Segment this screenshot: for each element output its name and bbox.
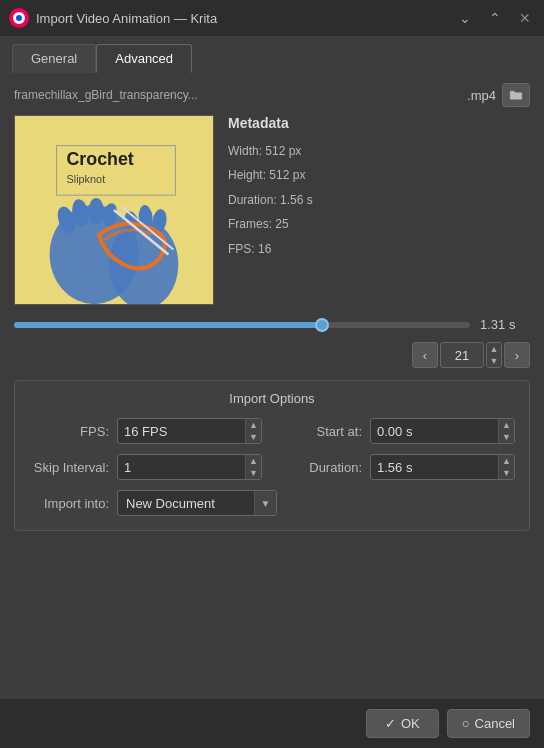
start-at-spin-down[interactable]: ▼ [499,431,514,443]
title-bar-buttons: ⌄ ⌃ ✕ [454,8,536,28]
fps-spin-up[interactable]: ▲ [246,419,261,431]
window-title: Import Video Animation — Krita [36,11,217,26]
metadata-duration: Duration: 1.56 s [228,190,530,210]
cancel-button[interactable]: ○ Cancel [447,709,530,738]
import-options-grid: FPS: 16 FPS ▲ ▼ Start at: 0.00 s ▲ ▼ [29,418,515,480]
skip-interval-spin-up[interactable]: ▲ [246,455,261,467]
title-close-btn[interactable]: ✕ [514,8,536,28]
timeline-slider[interactable] [14,322,470,328]
skip-interval-value: 1 [118,460,245,475]
thumbnail-art: Crochet Slipknot [15,115,213,305]
file-browse-button[interactable] [502,83,530,107]
main-content: framechillax_gBird_transparency... .mp4 … [0,73,544,699]
title-bar: Import Video Animation — Krita ⌄ ⌃ ✕ [0,0,544,36]
video-thumbnail: Crochet Slipknot [14,115,214,305]
slider-time-display: 1.31 s [480,317,530,332]
metadata-frames: Frames: 25 [228,214,530,234]
frame-spin-up[interactable]: ▲ [487,343,501,355]
timeline-slider-row: 1.31 s [14,317,530,332]
import-into-row: Import into: New Document ▼ [29,490,515,516]
app-icon [8,7,30,29]
cancel-icon: ○ [462,716,470,731]
tab-bar: General Advanced [0,36,544,73]
preview-area: Crochet Slipknot [14,115,530,305]
ok-button[interactable]: ✓ OK [366,709,439,738]
duration-field: Duration: 1.56 s ▲ ▼ [282,454,515,480]
ok-label: OK [401,716,420,731]
fps-label: FPS: [29,424,109,439]
start-at-spinbox: 0.00 s ▲ ▼ [370,418,515,444]
title-bar-left: Import Video Animation — Krita [8,7,217,29]
start-at-spin-up[interactable]: ▲ [499,419,514,431]
frame-spin-arrows: ▲ ▼ [486,342,502,368]
file-row: framechillax_gBird_transparency... .mp4 [14,83,530,107]
title-dropdown-btn[interactable]: ⌄ [454,8,476,28]
skip-interval-spin-down[interactable]: ▼ [246,467,261,479]
svg-point-11 [88,198,104,224]
skip-interval-spin-arrows: ▲ ▼ [245,455,261,479]
frame-nav-row: ‹ 21 ▲ ▼ › [14,342,530,368]
start-at-spin-arrows: ▲ ▼ [498,419,514,443]
folder-icon [509,89,523,101]
start-at-label: Start at: [282,424,362,439]
skip-interval-field: Skip Interval: 1 ▲ ▼ [29,454,262,480]
duration-spin-arrows: ▲ ▼ [498,455,514,479]
title-minimize-btn[interactable]: ⌃ [484,8,506,28]
duration-value: 1.56 s [371,460,498,475]
svg-text:Crochet: Crochet [66,149,133,169]
start-at-field: Start at: 0.00 s ▲ ▼ [282,418,515,444]
fps-value: 16 FPS [118,424,245,439]
next-frame-button[interactable]: › [504,342,530,368]
import-into-dropdown[interactable]: New Document ▼ [117,490,277,516]
duration-label: Duration: [282,460,362,475]
import-into-dropdown-arrow[interactable]: ▼ [254,491,276,515]
skip-interval-label: Skip Interval: [29,460,109,475]
file-extension: .mp4 [467,88,496,103]
prev-frame-button[interactable]: ‹ [412,342,438,368]
duration-spin-up[interactable]: ▲ [499,455,514,467]
fps-spin-arrows: ▲ ▼ [245,419,261,443]
duration-spinbox: 1.56 s ▲ ▼ [370,454,515,480]
bottom-bar: ✓ OK ○ Cancel [0,699,544,748]
frame-number-input[interactable]: 21 [440,342,484,368]
metadata-panel: Metadata Width: 512 px Height: 512 px Du… [228,115,530,259]
import-options-panel: Import Options FPS: 16 FPS ▲ ▼ Start at:… [14,380,530,531]
svg-text:Slipknot: Slipknot [66,173,105,185]
tab-advanced[interactable]: Advanced [96,44,192,73]
import-into-value: New Document [118,496,254,511]
metadata-height: Height: 512 px [228,165,530,185]
frame-spin-down[interactable]: ▼ [487,355,501,367]
cancel-label: Cancel [475,716,515,731]
start-at-value: 0.00 s [371,424,498,439]
import-into-label: Import into: [29,496,109,511]
skip-interval-spinbox: 1 ▲ ▼ [117,454,262,480]
fps-spinbox: 16 FPS ▲ ▼ [117,418,262,444]
svg-point-2 [16,15,22,21]
duration-spin-down[interactable]: ▼ [499,467,514,479]
import-options-title: Import Options [29,391,515,406]
tab-general[interactable]: General [12,44,96,73]
check-icon: ✓ [385,716,396,731]
fps-spin-down[interactable]: ▼ [246,431,261,443]
fps-field: FPS: 16 FPS ▲ ▼ [29,418,262,444]
metadata-title: Metadata [228,115,530,131]
metadata-width: Width: 512 px [228,141,530,161]
metadata-fps: FPS: 16 [228,239,530,259]
file-path: framechillax_gBird_transparency... [14,88,461,102]
